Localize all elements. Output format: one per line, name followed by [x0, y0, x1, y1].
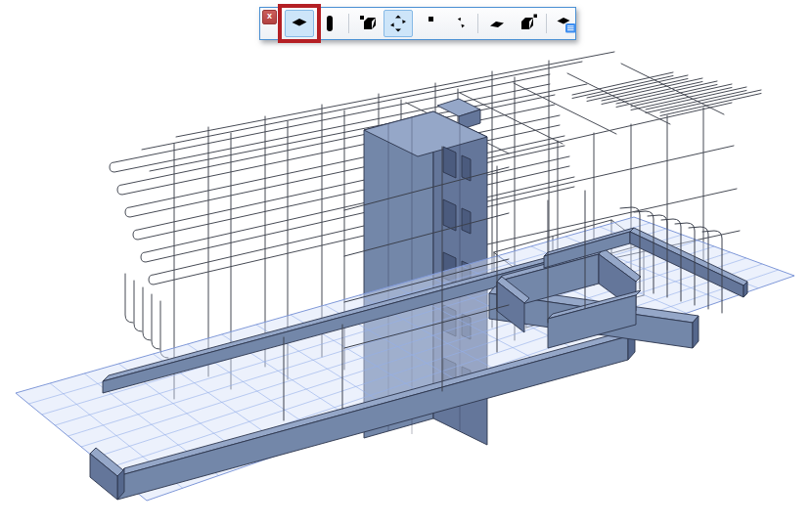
toolbar-button-editing-plane-toggle[interactable]	[285, 10, 314, 37]
capsule-icon	[319, 13, 340, 34]
cube-pin-2-icon	[517, 13, 538, 34]
plane-settings-icon	[555, 13, 576, 34]
toolbar-separator	[348, 14, 349, 33]
pin-slash-icon	[418, 13, 439, 34]
toolbar-buttons	[285, 10, 580, 37]
app-window: x	[0, 0, 812, 526]
toolbar-button-pick-plane[interactable]	[353, 10, 383, 37]
toolbar-button-move-plane[interactable]	[383, 10, 413, 37]
toolbar-separator	[477, 14, 478, 33]
toolbar-separator	[546, 14, 547, 33]
toolbar-button-gravity[interactable]	[315, 10, 344, 37]
toolbar-button-plane-settings[interactable]	[551, 10, 580, 37]
toolbar-button-align-axes[interactable]	[444, 10, 474, 37]
move-arrows-icon	[387, 13, 409, 34]
toolbar-button-tilt-plane[interactable]	[482, 10, 512, 37]
3d-viewport[interactable]	[0, 0, 812, 526]
editing-plane-icon	[289, 13, 310, 34]
editing-plane-toolbar: x	[259, 7, 576, 40]
cube-pin-icon	[357, 13, 379, 34]
close-button[interactable]: x	[262, 10, 277, 24]
toolbar-button-detach-plane[interactable]	[414, 10, 443, 37]
plane-slash-icon	[486, 13, 508, 34]
axes-cross-icon	[448, 13, 470, 34]
toolbar-button-offset-plane[interactable]	[513, 10, 542, 37]
